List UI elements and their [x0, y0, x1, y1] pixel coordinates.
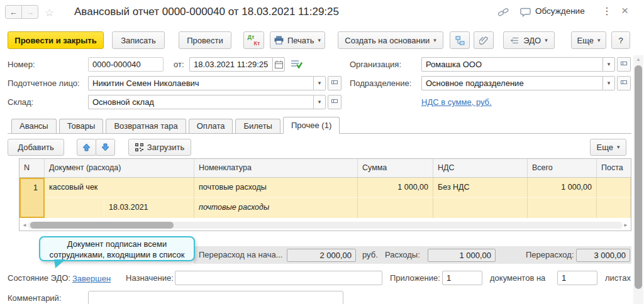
chevron-down-icon: ▾ [318, 38, 321, 43]
create-based-on-button[interactable]: Создать на основании ▾ [338, 31, 443, 49]
comment-field[interactable] [88, 291, 343, 304]
load-from-qr-button[interactable]: Загрузить [128, 139, 191, 156]
cell-sum[interactable]: 1 000,00 [358, 178, 433, 197]
cell-vat[interactable]: Без НДС [433, 178, 528, 197]
cell-total[interactable]: 1 000,00 [528, 178, 597, 197]
page-vertical-scrollbar[interactable]: ▲ [633, 55, 643, 304]
column-header-sum[interactable]: Сумма [358, 159, 433, 177]
discussion-label[interactable]: Обсуждение [535, 6, 585, 16]
edo-button[interactable]: ЭДО ▾ [503, 31, 555, 49]
help-button[interactable]: ? [611, 31, 630, 49]
scroll-up-icon[interactable]: ▲ [633, 57, 643, 62]
tab-prochee[interactable]: Прочее (1) [283, 117, 340, 134]
save-button[interactable]: Записать [112, 31, 165, 49]
department-dropdown-button[interactable]: ▾ [602, 76, 615, 90]
tab-oplata[interactable]: Оплата [189, 119, 233, 133]
print-icon [274, 36, 284, 45]
column-header-total[interactable]: Всего [528, 159, 597, 177]
row-number-cell[interactable]: 1 [19, 178, 45, 218]
overspend-start-label: Перерасход на нача... [199, 246, 282, 264]
chevron-down-icon: ▾ [608, 62, 611, 67]
chevron-down-icon: ▾ [318, 99, 321, 105]
calendar-button[interactable] [272, 57, 285, 72]
document-postings-check-icon[interactable] [291, 59, 303, 69]
discussion-icon[interactable] [520, 8, 531, 17]
organization-dropdown-button[interactable]: ▾ [602, 57, 615, 72]
date-label: от: [174, 57, 184, 72]
tab-bilety[interactable]: Билеты [235, 119, 280, 133]
table-row[interactable]: 1 кассовый чек почтовые расходы 1 000,00… [19, 178, 631, 218]
expenses-value: 1 000,00 [428, 249, 496, 262]
post-button[interactable]: Провести [179, 31, 231, 49]
forward-button[interactable]: → [21, 5, 38, 19]
cell-document[interactable]: кассовый чек [45, 178, 194, 197]
tab-vozvratnaya-tara[interactable]: Возвратная тара [106, 119, 186, 133]
sheets-label: листах [605, 271, 631, 286]
tab-tovary[interactable]: Товары [59, 119, 104, 133]
attachments-button[interactable] [474, 31, 494, 49]
grid-more-button[interactable]: Еще ▾ [590, 139, 626, 156]
move-row-up-button[interactable] [77, 139, 96, 156]
organization-label: Организация: [350, 57, 401, 72]
close-icon[interactable]: × [621, 4, 628, 18]
post-and-close-button[interactable]: Провести и закрыть [8, 31, 104, 49]
department-combo: Основное подразделение ▾ [421, 76, 631, 90]
scroll-left-icon[interactable]: ◄ [21, 221, 28, 229]
vat-mode-link[interactable]: НДС в сумме, руб. [421, 97, 492, 107]
column-header-n[interactable]: N [19, 159, 45, 177]
back-icon: ← [9, 8, 18, 17]
forward-icon: → [26, 8, 34, 17]
accountable-person-field[interactable]: Никитин Семен Николаевич [88, 76, 313, 90]
cell-supplier[interactable] [597, 178, 631, 197]
organization-field[interactable]: Ромашка ООО [421, 57, 602, 72]
attachment-label: Приложение: [390, 271, 440, 286]
accountable-person-combo: Никитин Семен Николаевич ▾ [88, 76, 341, 90]
number-field[interactable]: 0000-000040 [88, 57, 164, 72]
menu-kebab-icon[interactable]: ⋮ [602, 5, 612, 17]
table-header: N Документ (расхода) Номенклатура Сумма … [19, 159, 631, 178]
department-field[interactable]: Основное подразделение [421, 76, 602, 90]
cell-document-date[interactable]: 18.03.2021 [104, 198, 194, 218]
open-form-icon [331, 80, 338, 87]
overspend-start-value: 2 000,00 [287, 249, 356, 262]
warehouse-open-button[interactable] [328, 95, 341, 109]
purpose-field[interactable] [175, 271, 382, 285]
warehouse-combo: Основной склад ▾ [88, 95, 341, 109]
department-open-button[interactable] [617, 76, 631, 90]
scroll-right-icon[interactable]: ► [623, 221, 629, 229]
move-row-down-button[interactable] [96, 139, 115, 156]
attachment-docs-field[interactable]: 1 [442, 271, 482, 285]
add-row-button[interactable]: Добавить [8, 139, 64, 156]
table-horizontal-scrollbar[interactable]: ◄ ► [21, 221, 629, 229]
link-icon[interactable] [497, 7, 509, 18]
scrollbar-thumb[interactable] [30, 222, 174, 229]
scrollbar-thumb[interactable] [635, 65, 642, 289]
date-field[interactable]: 18.03.2021 11:29:25 [189, 57, 272, 72]
warehouse-field[interactable]: Основной склад [88, 95, 313, 109]
organization-open-button[interactable] [617, 57, 631, 72]
column-header-vat[interactable]: НДС [433, 159, 528, 177]
tab-avansy[interactable]: Авансы [11, 119, 57, 133]
column-header-nomenclature[interactable]: Номенклатура [194, 159, 358, 177]
arrow-up-icon [82, 143, 91, 151]
cell-nomenclature[interactable]: почтовые расходы [194, 178, 358, 197]
edo-state-link[interactable]: Завершен [72, 274, 111, 283]
back-button[interactable]: ← [5, 5, 22, 19]
column-header-supplier[interactable]: Поста [597, 159, 631, 177]
person-dropdown-button[interactable]: ▾ [313, 76, 326, 90]
column-header-document[interactable]: Документ (расхода) [45, 159, 194, 177]
chevron-down-icon: ▾ [608, 80, 611, 86]
organization-combo: Ромашка ООО ▾ [421, 57, 631, 72]
advance-report-window: ← → ☆ Авансовый отчет 0000-000040 от 18.… [0, 0, 644, 304]
cell-content[interactable]: почтовые расходы [194, 198, 358, 218]
favorite-star-icon[interactable]: ☆ [45, 6, 54, 19]
arrow-down-icon [101, 143, 109, 151]
warehouse-dropdown-button[interactable]: ▾ [313, 95, 326, 109]
related-documents-button[interactable] [450, 31, 470, 49]
person-open-button[interactable] [328, 76, 341, 90]
show-postings-button[interactable]: Дт Кт [243, 31, 264, 49]
more-button[interactable]: Еще ▾ [571, 31, 606, 49]
attachment-sheets-field[interactable]: 1 [557, 271, 597, 285]
print-button[interactable]: Печать ▾ [270, 31, 325, 49]
tooltip-tail [54, 259, 65, 268]
